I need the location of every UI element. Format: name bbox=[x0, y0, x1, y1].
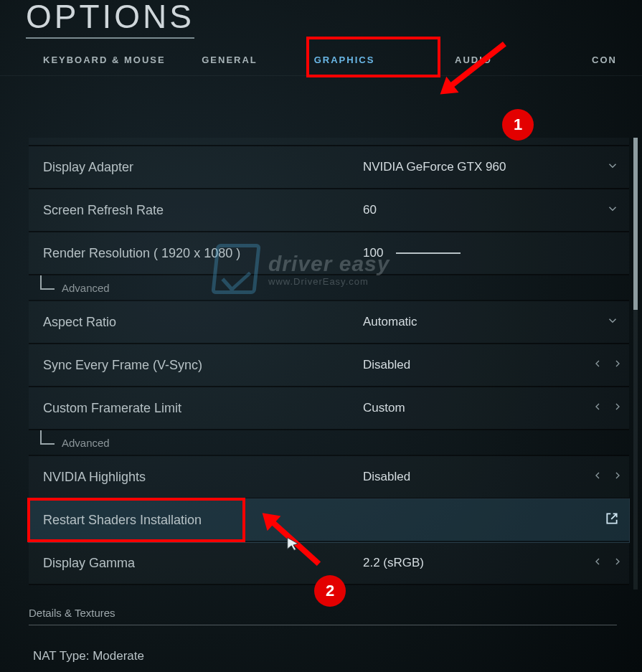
label-restart-shaders: Restart Shaders Installation bbox=[29, 513, 359, 528]
value-render-resolution: 100 bbox=[359, 246, 629, 260]
row-nvidia-highlights[interactable]: NVIDIA Highlights Disabled bbox=[29, 456, 629, 499]
row-display-gamma[interactable]: Display Gamma 2.2 (sRGB) bbox=[29, 542, 629, 585]
chevron-right-icon[interactable] bbox=[612, 401, 623, 415]
chevron-left-icon[interactable] bbox=[592, 556, 603, 570]
row-advanced-1[interactable]: Advanced bbox=[29, 275, 629, 301]
label-display-adapter: Display Adapter bbox=[29, 160, 359, 175]
page-title: OPTIONS bbox=[26, 0, 194, 39]
chevron-down-icon[interactable] bbox=[606, 202, 619, 218]
row-aspect-ratio[interactable]: Aspect Ratio Automatic bbox=[29, 301, 629, 344]
label-aspect-ratio: Aspect Ratio bbox=[29, 315, 359, 330]
tab-audio[interactable]: AUDIO bbox=[402, 55, 545, 65]
row-restart-shaders[interactable]: Restart Shaders Installation bbox=[29, 499, 629, 542]
scrollbar-thumb[interactable] bbox=[633, 138, 638, 310]
tab-keyboard-mouse[interactable]: KEYBOARD & MOUSE bbox=[43, 55, 172, 65]
row-display-adapter[interactable]: Display Adapter NVIDIA GeForce GTX 960 bbox=[29, 146, 629, 189]
value-aspect-ratio: Automatic bbox=[359, 315, 629, 329]
row-framerate-limit[interactable]: Custom Framerate Limit Custom bbox=[29, 387, 629, 430]
value-display-adapter: NVIDIA GeForce GTX 960 bbox=[359, 160, 629, 174]
row-vsync[interactable]: Sync Every Frame (V-Sync) Disabled bbox=[29, 344, 629, 387]
label-framerate-limit: Custom Framerate Limit bbox=[29, 401, 359, 416]
label-vsync: Sync Every Frame (V-Sync) bbox=[29, 358, 359, 373]
label-advanced-2: Advanced bbox=[62, 437, 110, 449]
label-refresh-rate: Screen Refresh Rate bbox=[29, 203, 359, 218]
value-nvidia-highlights: Disabled bbox=[359, 470, 629, 484]
chevron-right-icon[interactable] bbox=[612, 470, 623, 484]
value-framerate-limit: Custom bbox=[359, 401, 629, 415]
popout-icon[interactable] bbox=[605, 511, 619, 529]
chevron-left-icon[interactable] bbox=[592, 470, 603, 484]
chevron-down-icon[interactable] bbox=[606, 159, 619, 175]
nat-type-status: NAT Type: Moderate bbox=[33, 649, 144, 663]
value-refresh-rate: 60 bbox=[359, 203, 629, 217]
tab-graphics[interactable]: GRAPHICS bbox=[287, 55, 402, 65]
label-nvidia-highlights: NVIDIA Highlights bbox=[29, 470, 359, 485]
row-advanced-2[interactable]: Advanced bbox=[29, 430, 629, 456]
tabs-bar: KEYBOARD & MOUSE GENERAL GRAPHICS AUDIO … bbox=[0, 44, 642, 76]
value-vsync: Disabled bbox=[359, 358, 629, 372]
section-heading-details-textures: Details & Textures bbox=[29, 607, 617, 625]
value-render-resolution-text: 100 bbox=[363, 246, 383, 260]
render-resolution-slider[interactable] bbox=[396, 252, 461, 254]
tree-bracket-icon bbox=[40, 430, 55, 445]
chevron-right-icon[interactable] bbox=[612, 556, 623, 570]
label-advanced-1: Advanced bbox=[62, 282, 110, 294]
label-render-resolution: Render Resolution ( 1920 x 1080 ) bbox=[29, 246, 359, 261]
chevron-down-icon[interactable] bbox=[606, 314, 619, 330]
label-display-gamma: Display Gamma bbox=[29, 556, 359, 571]
row-render-resolution[interactable]: Render Resolution ( 1920 x 1080 ) 100 bbox=[29, 232, 629, 275]
row-refresh-rate[interactable]: Screen Refresh Rate 60 bbox=[29, 189, 629, 232]
tab-controller-partial[interactable]: CON bbox=[545, 55, 617, 65]
value-display-gamma: 2.2 (sRGB) bbox=[359, 556, 629, 570]
annotation-badge-1: 1 bbox=[502, 109, 534, 141]
settings-list: Display Adapter NVIDIA GeForce GTX 960 S… bbox=[29, 138, 629, 585]
scrollbar[interactable] bbox=[633, 138, 638, 590]
chevron-left-icon[interactable] bbox=[592, 401, 603, 415]
tree-bracket-icon bbox=[40, 275, 55, 290]
chevron-left-icon[interactable] bbox=[592, 358, 603, 372]
chevron-right-icon[interactable] bbox=[612, 358, 623, 372]
list-top-band bbox=[29, 138, 629, 146]
tab-general[interactable]: GENERAL bbox=[172, 55, 287, 65]
